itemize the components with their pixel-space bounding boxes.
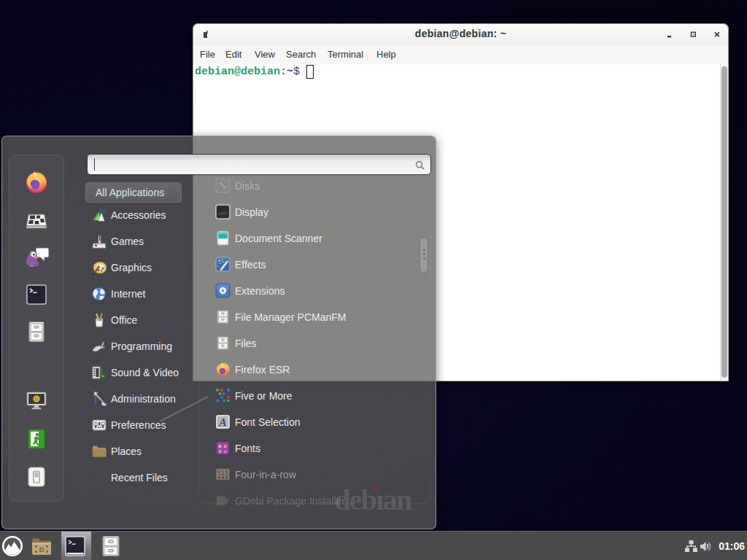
svg-text:a: a [219,448,222,454]
svg-text:A: A [218,416,226,428]
svg-text:D: D [39,546,44,553]
svg-text:a: a [224,443,227,448]
svg-text:a: a [219,443,222,448]
svg-text:a: a [224,448,227,454]
